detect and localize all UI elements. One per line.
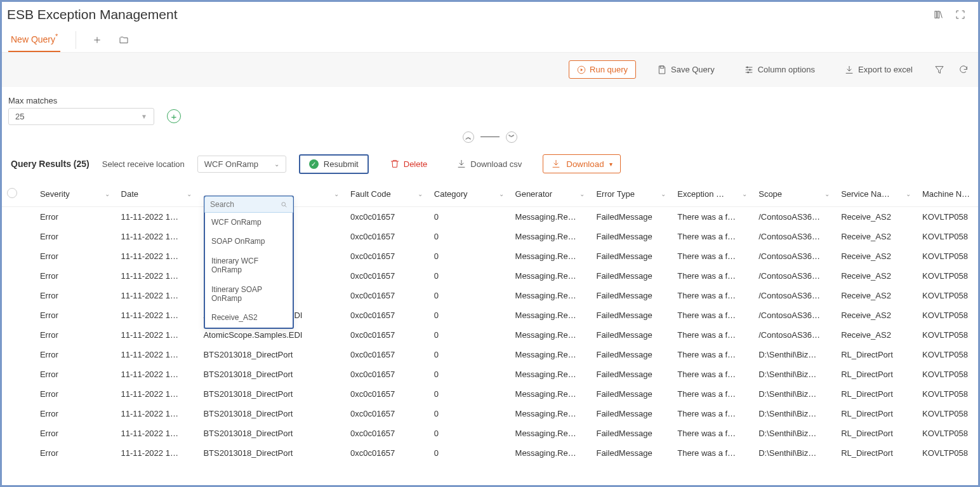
col-scope[interactable]: Scope⌄ xyxy=(753,182,836,207)
table-row[interactable]: Error11-11-2022 1…s.EDI0xc0c016570Messag… xyxy=(2,206,978,227)
books-icon[interactable] xyxy=(932,8,945,21)
table-row[interactable]: Error11-11-2022 1…BTS2013018_DirectPort0… xyxy=(2,424,978,443)
export-excel-button[interactable]: Export to excel xyxy=(836,60,921,79)
col-severity[interactable]: Severity⌄ xyxy=(35,182,116,207)
dropdown-item[interactable]: Itinerary WCF OnRamp xyxy=(205,251,293,280)
max-matches-value: 25 xyxy=(15,112,24,121)
results-title-text: Query Results xyxy=(11,159,71,169)
header-icons xyxy=(932,8,967,21)
col-label: Scope xyxy=(758,189,782,199)
cell-fault: 0xc0c01657 xyxy=(345,227,429,246)
cell-scope: /ContosoAS36… xyxy=(753,325,836,345)
col-exception[interactable]: Exception …⌄ xyxy=(672,182,753,207)
col-fault[interactable]: Fault Code⌄ xyxy=(345,182,429,207)
delete-button[interactable]: Delete xyxy=(381,154,436,173)
cell-scope: /ContosoAS36… xyxy=(753,305,836,325)
chevron-down-icon: ⌄ xyxy=(661,190,666,197)
table-row[interactable]: Error11-11-2022 1…AtomicScope.Samples.ED… xyxy=(2,325,978,345)
tab-new-query[interactable]: New Query* xyxy=(8,29,60,52)
cell-date: 11-11-2022 1… xyxy=(116,286,199,305)
table-row[interactable]: Error11-11-2022 1…BTS2013018_DirectPort0… xyxy=(2,364,978,384)
dropdown-item[interactable]: Itinerary SOAP OnRamp xyxy=(205,280,293,309)
cell-app: BTS2013018_DirectPort xyxy=(198,443,345,463)
dropdown-search[interactable] xyxy=(204,196,293,213)
max-matches-select[interactable]: 25 ▼ xyxy=(8,108,154,125)
table-row[interactable]: Error11-11-2022 1…BTS2013018_DirectPort0… xyxy=(2,384,978,404)
table-row[interactable]: Error11-11-2022 1…s.EDI0xc0c016570Messag… xyxy=(2,227,978,246)
cell-date: 11-11-2022 1… xyxy=(116,206,199,227)
cell-severity: Error xyxy=(35,246,116,266)
cell-fault: 0xc0c01657 xyxy=(345,404,429,424)
download-csv-button[interactable]: Download csv xyxy=(448,154,530,173)
col-category[interactable]: Category⌄ xyxy=(429,182,510,207)
cell-category: 0 xyxy=(429,206,510,227)
cell-machine: KOVLTP058 xyxy=(917,286,978,305)
cell-fault: 0xc0c01657 xyxy=(345,325,429,345)
cell-fault: 0xc0c01657 xyxy=(345,384,429,404)
fullscreen-icon[interactable] xyxy=(954,8,967,21)
dropdown-search-input[interactable] xyxy=(210,200,278,209)
cell-service: Receive_AS2 xyxy=(836,325,917,345)
collapse-down-icon[interactable]: ︾ xyxy=(506,131,517,143)
table-row[interactable]: Error11-11-2022 1…AtomicScope.Samples.ED… xyxy=(2,305,978,325)
cell-category: 0 xyxy=(429,266,510,286)
col-label: Exception … xyxy=(677,189,724,199)
cell-machine: KOVLTP058 xyxy=(917,325,978,345)
cell-scope: /ContosoAS36… xyxy=(753,227,836,246)
cell-fault: 0xc0c01657 xyxy=(345,305,429,325)
col-errtype[interactable]: Error Type⌄ xyxy=(591,182,672,207)
results-table: Severity⌄ Date⌄ ⌄ Fault Code⌄ Category⌄ … xyxy=(2,182,978,463)
col-machine[interactable]: Machine N… xyxy=(917,182,978,207)
dropdown-item[interactable]: Receive_AS2 xyxy=(205,308,293,327)
cell-service: RL_DirectPort xyxy=(836,424,917,443)
download-button[interactable]: Download ▾ xyxy=(543,154,620,173)
select-all-checkbox[interactable] xyxy=(7,188,17,198)
col-date[interactable]: Date⌄ xyxy=(116,182,199,207)
table-row[interactable]: Error11-11-2022 1…s.EDI0xc0c016570Messag… xyxy=(2,286,978,305)
svg-marker-16 xyxy=(936,66,943,73)
receive-location-select[interactable]: WCF OnRamp ⌄ xyxy=(197,156,286,173)
col-generator[interactable]: Generator⌄ xyxy=(510,182,592,207)
table-header-row: Severity⌄ Date⌄ ⌄ Fault Code⌄ Category⌄ … xyxy=(2,182,978,207)
tab-label: New Query xyxy=(11,34,55,44)
run-query-button[interactable]: Run query xyxy=(569,60,636,79)
col-checkbox[interactable] xyxy=(2,182,35,207)
dropdown-item[interactable]: WCF OnRamp xyxy=(205,213,293,232)
open-folder-icon[interactable] xyxy=(118,34,129,46)
cell-service: Receive_AS2 xyxy=(836,227,917,246)
cell-exception: There was a f… xyxy=(672,286,753,305)
table-row[interactable]: Error11-11-2022 1…s.EDI0xc0c016570Messag… xyxy=(2,266,978,286)
col-label: Date xyxy=(121,189,138,199)
chevron-down-icon: ⌄ xyxy=(274,161,279,168)
table-row[interactable]: Error11-11-2022 1…BTS2013018_DirectPort0… xyxy=(2,404,978,424)
refresh-icon[interactable] xyxy=(958,64,969,76)
add-tab-icon[interactable] xyxy=(91,34,103,46)
svg-rect-1 xyxy=(937,11,939,18)
cell-category: 0 xyxy=(429,345,510,364)
col-label: Machine N… xyxy=(922,189,970,199)
cell-exception: There was a f… xyxy=(672,305,753,325)
cell-fault: 0xc0c01657 xyxy=(345,246,429,266)
search-icon xyxy=(281,201,288,209)
chevron-down-icon: ⌄ xyxy=(105,190,110,197)
save-query-button[interactable]: Save Query xyxy=(649,60,723,79)
col-service[interactable]: Service Na…⌄ xyxy=(836,182,917,207)
cell-severity: Error xyxy=(35,227,116,246)
table-row[interactable]: Error11-11-2022 1…BTS2013018_DirectPort0… xyxy=(2,443,978,463)
svg-point-12 xyxy=(746,67,748,68)
cell-generator: Messaging.Re… xyxy=(510,345,592,364)
filter-icon[interactable] xyxy=(934,64,945,76)
collapse-row: ︽ ︾ xyxy=(2,128,978,147)
column-options-button[interactable]: Column options xyxy=(736,60,823,79)
collapse-up-icon[interactable]: ︽ xyxy=(463,131,474,143)
cell-date: 11-11-2022 1… xyxy=(116,424,199,443)
cell-scope: D:\Senthil\Biz… xyxy=(753,404,836,424)
resubmit-button[interactable]: ✓ Resubmit xyxy=(299,154,369,174)
dropdown-item[interactable]: SOAP OnRamp xyxy=(205,232,293,251)
table-row[interactable]: Error11-11-2022 1…s.EDI0xc0c016570Messag… xyxy=(2,246,978,266)
cell-date: 11-11-2022 1… xyxy=(116,384,199,404)
download-csv-label: Download csv xyxy=(470,159,522,169)
table-row[interactable]: Error11-11-2022 1…BTS2013018_DirectPort0… xyxy=(2,345,978,364)
cell-category: 0 xyxy=(429,404,510,424)
add-filter-button[interactable]: + xyxy=(167,109,181,123)
